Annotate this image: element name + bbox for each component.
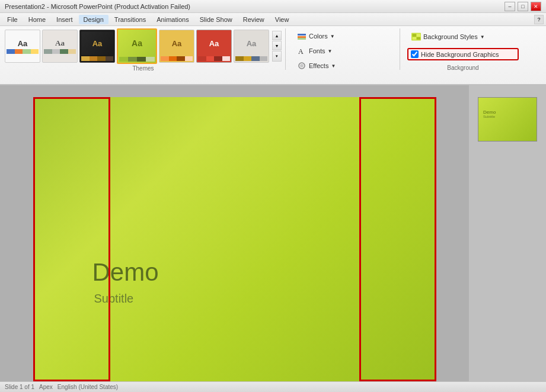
themes-label: Themes — [132, 65, 154, 72]
svg-rect-0 — [298, 34, 306, 36]
selection-border-right — [359, 97, 436, 381]
selection-border-left — [33, 97, 110, 381]
colors-icon — [297, 31, 306, 41]
themes-section: Aa Aa — [5, 28, 282, 82]
svg-rect-8 — [417, 34, 420, 37]
colors-button[interactable]: Colors ▼ — [293, 30, 339, 43]
fonts-label: Fonts — [309, 47, 325, 54]
menu-animations[interactable]: Animations — [152, 15, 193, 24]
hide-bg-row[interactable]: Hide Background Graphics — [407, 48, 519, 60]
fonts-icon: A — [297, 46, 306, 56]
slide-subtitle[interactable]: Subtitle — [94, 292, 134, 306]
theme-info: Apex — [39, 384, 53, 390]
minimize-button[interactable]: – — [505, 2, 515, 11]
divider — [285, 28, 286, 70]
fonts-button[interactable]: A Fonts ▼ — [293, 44, 336, 57]
slide[interactable]: Demo Subtitle — [33, 97, 436, 381]
gallery-up-button[interactable]: ▲ — [272, 31, 282, 40]
menu-view[interactable]: View — [270, 15, 294, 24]
title-bar-text: Presentation2 - Microsoft PowerPoint (Pr… — [5, 3, 190, 10]
maximize-button[interactable]: □ — [518, 2, 528, 11]
title-bar-controls: – □ ✕ — [505, 2, 541, 11]
menu-bar: File Home Insert Design Transitions Anim… — [0, 13, 546, 26]
theme-civic[interactable]: Aa — [234, 30, 269, 63]
fonts-dropdown-icon: ▼ — [328, 49, 333, 54]
background-section-label: Background — [407, 65, 519, 71]
menu-review[interactable]: Review — [238, 15, 269, 24]
background-section: Colors ▼ A Fonts ▼ — [289, 28, 396, 82]
bg-styles-dropdown-icon: ▼ — [480, 34, 485, 40]
menu-slideshow[interactable]: Slide Show — [195, 15, 237, 24]
theme-dark[interactable]: Aa — [79, 30, 115, 63]
svg-text:A: A — [298, 47, 304, 56]
background-styles-label: Background Styles — [423, 33, 478, 40]
slide-thumbnail[interactable]: Demo Subtitle — [478, 97, 537, 142]
svg-point-5 — [300, 64, 304, 68]
menu-design[interactable]: Design — [79, 15, 108, 24]
bg-styles-section: Background Styles ▼ Hide Background Grap… — [404, 28, 522, 82]
bg-styles-row: Background Styles ▼ — [407, 30, 519, 44]
effects-dropdown-icon: ▼ — [331, 63, 336, 69]
theme-apex-selected[interactable]: Aa — [117, 28, 157, 64]
slide-count: Slide 1 of 1 — [5, 384, 34, 390]
gallery-down-button[interactable]: ▼ — [272, 41, 282, 50]
gallery-more-button[interactable]: ▾ — [272, 51, 282, 62]
language-info: English (United States) — [58, 384, 118, 390]
divider2 — [400, 28, 400, 70]
effects-icon — [297, 61, 306, 70]
hide-bg-label[interactable]: Hide Background Graphics — [421, 51, 499, 58]
menu-insert[interactable]: Insert — [52, 15, 78, 24]
slide-title[interactable]: Demo — [92, 258, 159, 287]
fonts-row: A Fonts ▼ — [293, 44, 392, 57]
right-panel: Demo Subtitle — [469, 85, 546, 381]
ribbon-content: Aa Aa — [0, 26, 546, 84]
status-bar: Slide 1 of 1 Apex English (United States… — [0, 381, 546, 392]
bg-styles-icon — [411, 32, 421, 41]
theme-blacktie[interactable]: Aa — [196, 30, 232, 63]
menu-transitions[interactable]: Transitions — [110, 15, 151, 24]
svg-rect-7 — [413, 34, 416, 37]
effects-button[interactable]: Effects ▼ — [293, 59, 340, 72]
svg-rect-2 — [298, 38, 306, 40]
effects-label: Effects — [309, 62, 328, 69]
svg-rect-10 — [417, 37, 420, 40]
svg-rect-1 — [298, 36, 306, 38]
slide-canvas: Demo Subtitle — [0, 85, 469, 381]
effects-row: Effects ▼ — [293, 59, 392, 72]
colors-row: Colors ▼ — [293, 30, 392, 43]
ribbon: Aa Aa — [0, 26, 546, 85]
bg-section-spacer — [293, 75, 392, 76]
theme-austin[interactable]: Aa — [159, 30, 194, 63]
close-button[interactable]: ✕ — [531, 2, 541, 11]
menu-file[interactable]: File — [2, 15, 23, 24]
theme-office[interactable]: Aa — [5, 30, 40, 63]
themes-gallery: Aa Aa — [5, 28, 282, 64]
slide-wrapper: Demo Subtitle — [33, 97, 436, 381]
background-styles-button[interactable]: Background Styles ▼ — [407, 30, 489, 44]
title-bar: Presentation2 - Microsoft PowerPoint (Pr… — [0, 0, 546, 13]
hide-bg-checkbox[interactable] — [411, 50, 419, 58]
help-btn[interactable]: ? — [534, 15, 544, 24]
main-area: Demo Subtitle Demo Subtitle — [0, 85, 546, 381]
svg-rect-9 — [413, 37, 416, 40]
menu-home[interactable]: Home — [24, 15, 50, 24]
colors-dropdown-icon: ▼ — [330, 34, 335, 39]
theme-adjacency[interactable]: Aa — [42, 30, 78, 63]
gallery-scroll: ▲ ▼ ▾ — [272, 31, 282, 62]
colors-label: Colors — [309, 33, 328, 40]
